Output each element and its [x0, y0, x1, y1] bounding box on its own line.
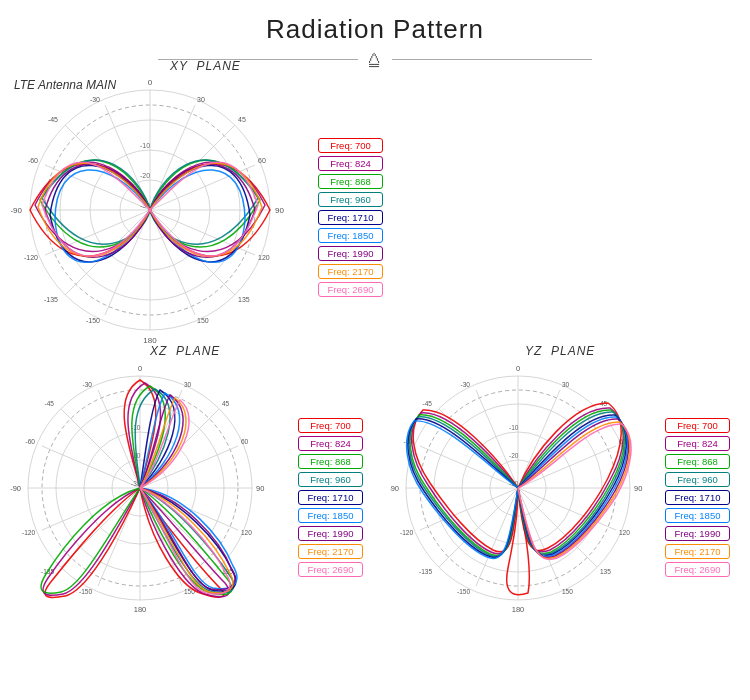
legend-824: Freq: 824: [318, 156, 383, 171]
svg-text:135: 135: [238, 296, 250, 303]
xz-legend: Freq: 700 Freq: 824 Freq: 868 Freq: 960 …: [298, 418, 363, 577]
legend-1990: Freq: 1990: [318, 246, 383, 261]
legend-2170: Freq: 2170: [318, 264, 383, 279]
legend-1710: Freq: 1710: [318, 210, 383, 225]
svg-text:-150: -150: [457, 588, 470, 595]
xz-legend-960: Freq: 960: [298, 472, 363, 487]
svg-text:-120: -120: [24, 254, 38, 261]
svg-text:-120: -120: [22, 529, 35, 536]
yz-plane-wrapper: YZ PLANE 0 180: [390, 360, 730, 624]
yz-legend-700: Freq: 700: [665, 418, 730, 433]
yz-legend-1850: Freq: 1850: [665, 508, 730, 523]
svg-text:-135: -135: [44, 296, 58, 303]
yz-legend-960: Freq: 960: [665, 472, 730, 487]
svg-text:135: 135: [600, 568, 611, 575]
xy-legend: Freq: 700 Freq: 824 Freq: 868 Freq: 960 …: [318, 138, 383, 297]
xz-legend-700: Freq: 700: [298, 418, 363, 433]
svg-text:150: 150: [197, 317, 209, 324]
legend-868: Freq: 868: [318, 174, 383, 189]
svg-text:30: 30: [562, 381, 570, 388]
svg-text:30: 30: [197, 96, 205, 103]
svg-text:-60: -60: [28, 157, 38, 164]
svg-text:120: 120: [619, 529, 630, 536]
svg-text:-45: -45: [48, 116, 58, 123]
svg-text:60: 60: [258, 157, 266, 164]
legend-960: Freq: 960: [318, 192, 383, 207]
svg-text:-90: -90: [10, 484, 21, 493]
header: Radiation Pattern ⩠: [0, 0, 750, 70]
svg-text:-150: -150: [79, 588, 92, 595]
svg-text:30: 30: [184, 381, 192, 388]
svg-text:-90: -90: [390, 484, 399, 493]
yz-legend: Freq: 700 Freq: 824 Freq: 868 Freq: 960 …: [665, 418, 730, 577]
svg-text:120: 120: [258, 254, 270, 261]
line-right: [392, 59, 592, 60]
svg-text:-45: -45: [45, 400, 55, 407]
decoration-icon: ⩠: [366, 49, 384, 70]
svg-text:90: 90: [634, 484, 642, 493]
xz-plane-wrapper: XZ PLANE 0 180: [10, 360, 363, 624]
yz-legend-868: Freq: 868: [665, 454, 730, 469]
svg-text:45: 45: [222, 400, 230, 407]
svg-text:90: 90: [256, 484, 264, 493]
svg-text:-30: -30: [83, 381, 93, 388]
svg-text:-90: -90: [10, 206, 22, 215]
xz-polar-chart: 0 180 90 -90 45 -45 135 -135 30 -30 150 …: [10, 360, 290, 620]
svg-text:60: 60: [241, 438, 249, 445]
legend-700: Freq: 700: [318, 138, 383, 153]
legend-2690: Freq: 2690: [318, 282, 383, 297]
legend-1850: Freq: 1850: [318, 228, 383, 243]
yz-legend-1710: Freq: 1710: [665, 490, 730, 505]
svg-text:-150: -150: [86, 317, 100, 324]
xz-legend-868: Freq: 868: [298, 454, 363, 469]
svg-text:-20: -20: [140, 172, 150, 179]
xz-plane-label: XZ PLANE: [150, 344, 220, 358]
svg-text:45: 45: [238, 116, 246, 123]
yz-legend-824: Freq: 824: [665, 436, 730, 451]
yz-legend-2170: Freq: 2170: [665, 544, 730, 559]
xz-legend-2170: Freq: 2170: [298, 544, 363, 559]
xy-plane-wrapper: XY PLANE: [10, 75, 383, 349]
xy-polar-chart: 0 180 90 -90 45 -45 135 -135 30 -30 150 …: [10, 75, 310, 345]
xz-legend-2690: Freq: 2690: [298, 562, 363, 577]
svg-text:120: 120: [241, 529, 252, 536]
svg-text:-10: -10: [509, 424, 519, 431]
svg-text:150: 150: [562, 588, 573, 595]
xz-legend-824: Freq: 824: [298, 436, 363, 451]
yz-polar-chart: 0 180 90 -90 45 -45 135 -135 30 -30 150 …: [390, 360, 660, 620]
xz-legend-1990: Freq: 1990: [298, 526, 363, 541]
svg-text:-20: -20: [509, 452, 519, 459]
svg-text:180: 180: [512, 605, 525, 614]
page-title: Radiation Pattern: [0, 14, 750, 45]
svg-text:0: 0: [148, 78, 153, 87]
svg-text:-120: -120: [400, 529, 413, 536]
header-divider: ⩠: [0, 49, 750, 70]
svg-text:-135: -135: [419, 568, 432, 575]
svg-text:-60: -60: [26, 438, 36, 445]
svg-text:180: 180: [134, 605, 147, 614]
svg-text:0: 0: [138, 364, 142, 373]
svg-text:-30: -30: [461, 381, 471, 388]
xy-plane-label: XY PLANE: [170, 59, 241, 73]
yz-legend-2690: Freq: 2690: [665, 562, 730, 577]
page: Radiation Pattern ⩠ LTE Antenna MAIN XY …: [0, 0, 750, 700]
svg-text:-30: -30: [90, 96, 100, 103]
yz-legend-1990: Freq: 1990: [665, 526, 730, 541]
xz-legend-1710: Freq: 1710: [298, 490, 363, 505]
xz-legend-1850: Freq: 1850: [298, 508, 363, 523]
svg-text:0: 0: [516, 364, 520, 373]
svg-text:90: 90: [275, 206, 284, 215]
yz-plane-label: YZ PLANE: [525, 344, 595, 358]
svg-text:-45: -45: [423, 400, 433, 407]
svg-text:-10: -10: [140, 142, 150, 149]
